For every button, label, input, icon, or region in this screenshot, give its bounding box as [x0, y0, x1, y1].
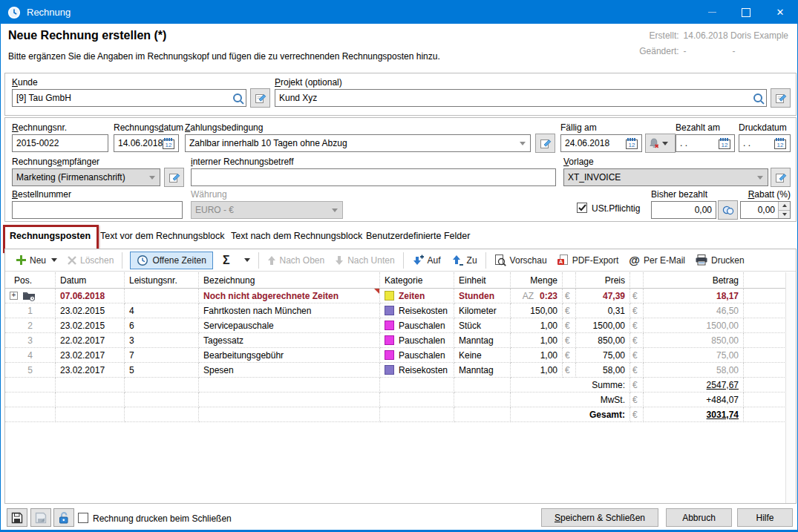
spin-up-button[interactable]: [779, 202, 790, 210]
calendar-icon[interactable]: 12: [719, 138, 730, 149]
bisher-bezahlt-input[interactable]: 0,00: [651, 201, 716, 219]
tab-text-vor-rechnungsblock[interactable]: Text vor dem Rechnungsblock: [100, 231, 224, 241]
calendar-icon[interactable]: 12: [626, 138, 638, 149]
search-icon[interactable]: [753, 93, 762, 102]
col-einheit[interactable]: Einheit: [454, 272, 511, 289]
folder-clock-icon: [22, 290, 36, 301]
check-icon: [578, 204, 586, 211]
abort-button[interactable]: Abbruch: [666, 508, 732, 527]
vorlage-select[interactable]: XT_INVOICE: [563, 168, 768, 186]
help-button[interactable]: Hilfe: [737, 508, 793, 527]
offene-zeiten-button[interactable]: Offene Zeiten: [130, 252, 213, 269]
table-row[interactable]: 5 23.02.2017 5 Spesen Reisekosten Mannta…: [5, 363, 786, 378]
cell-filler: [744, 333, 786, 348]
tab-benutzerdefinierte-felder[interactable]: Benutzerdefinierte Felder: [366, 231, 470, 241]
minimize-button[interactable]: [695, 1, 729, 24]
rechnungsdatum-input[interactable]: 14.06.2018 12: [114, 134, 179, 152]
projekt-input[interactable]: Kund Xyz: [275, 89, 767, 107]
reminder-button[interactable]: [645, 134, 676, 153]
col-leistungsnr[interactable]: Leistungsnr.: [125, 272, 199, 289]
interner-betreff-input[interactable]: [191, 168, 556, 186]
bestellnummer-input[interactable]: [12, 201, 183, 219]
loeschen-button[interactable]: Löschen: [68, 255, 114, 266]
category-swatch: [385, 335, 394, 345]
calendar-icon[interactable]: 12: [774, 138, 786, 149]
print-on-close-checkbox[interactable]: [78, 513, 88, 523]
col-menge[interactable]: Menge: [511, 272, 563, 289]
ust-pflichtig-checkbox[interactable]: [577, 203, 587, 213]
vorlage-edit-button[interactable]: [771, 168, 791, 187]
rechnungsempfaenger-edit-button[interactable]: [164, 168, 184, 187]
projekt-label: Projekt (optional): [275, 77, 342, 88]
vertical-scrollbar[interactable]: [785, 272, 796, 503]
save-close-button[interactable]: Speichern & Schließen: [541, 508, 658, 527]
chevron-down-icon[interactable]: [51, 258, 57, 262]
col-datum[interactable]: Datum: [56, 272, 125, 289]
rechnungsdatum-label: Rechnungsdatum: [114, 122, 183, 133]
save-apply-button-disabled[interactable]: [30, 508, 51, 527]
faellig-am-input[interactable]: 24.06.2018 12: [560, 134, 642, 152]
interner-betreff-label: interner Rechnungsbetreff: [191, 157, 294, 167]
spin-down-button[interactable]: [779, 210, 790, 219]
rechnungsempfaenger-select[interactable]: Marketing (Firmenanschrift): [12, 168, 160, 186]
cell-pos: 4: [5, 348, 56, 363]
col-pos[interactable]: Pos.: [5, 272, 56, 289]
table-row[interactable]: 1 23.02.2015 4 Fahrtkosten nach München …: [5, 303, 786, 318]
summe-button[interactable]: Σ: [223, 254, 250, 267]
tab-bar: Rechnungsposten Text vor dem Rechnungsbl…: [1, 225, 797, 249]
nach-oben-button[interactable]: Nach Oben: [267, 255, 325, 266]
bezahlt-am-value: . .: [680, 138, 687, 148]
table-row[interactable]: 3 22.02.2017 3 Tagessatz Pauschalen Mann…: [5, 333, 786, 348]
table-row[interactable]: 2 23.02.2015 6 Servicepauschale Pauschal…: [5, 318, 786, 333]
auf-label: Auf: [428, 255, 441, 266]
vorschau-button[interactable]: Vorschau: [494, 254, 547, 266]
arrow-up-icon: [267, 255, 276, 266]
bezahlt-am-input[interactable]: . . 12: [676, 134, 735, 152]
nach-unten-button[interactable]: Nach Unten: [335, 255, 394, 266]
projekt-edit-button[interactable]: [771, 88, 791, 108]
edit-note-icon: [775, 171, 787, 183]
chevron-down-icon[interactable]: [244, 258, 250, 262]
druckdatum-input[interactable]: . . 12: [739, 134, 791, 152]
expand-plus-icon[interactable]: +: [10, 292, 18, 300]
neu-button[interactable]: Neu: [16, 255, 57, 266]
rabatt-spinner[interactable]: 0,00: [740, 201, 791, 219]
col-bezeichnung[interactable]: Bezeichnung: [199, 272, 380, 289]
payments-button[interactable]: [718, 200, 738, 220]
zu-button[interactable]: Zu: [451, 254, 477, 266]
col-preis[interactable]: Preis: [576, 272, 630, 289]
cell-preis: 0,31: [576, 303, 630, 318]
per-email-button[interactable]: @ Per E-Mail: [629, 254, 685, 266]
table-row[interactable]: 4 23.02.2017 7 Bearbeitungsgebühr Pausch…: [5, 348, 786, 363]
zahlungsbedingung-select[interactable]: Zahlbar innerhalb 10 Tagen ohne Abzug: [185, 134, 531, 152]
changed-by: -: [733, 46, 736, 56]
col-betrag[interactable]: Betrag: [644, 272, 744, 289]
kunde-edit-button[interactable]: [250, 88, 270, 108]
cell-currency: €: [563, 348, 576, 363]
maximize-button[interactable]: [729, 1, 763, 24]
titlebar: Rechnung ✕: [1, 1, 797, 24]
table-row-open-times[interactable]: + 07.06.2018 Noch nicht abgerechnete Zei…: [5, 289, 786, 303]
summe-label: Summe:: [511, 378, 630, 393]
auf-button[interactable]: Auf: [412, 254, 441, 266]
unlock-icon: [59, 512, 69, 524]
search-icon[interactable]: [233, 93, 242, 102]
col-kategorie[interactable]: Kategorie: [380, 272, 454, 289]
close-button[interactable]: ✕: [763, 1, 797, 24]
rechnungsnr-input[interactable]: 2015-0022: [12, 134, 108, 152]
unlock-button[interactable]: [53, 508, 74, 527]
toolbar-separator: [122, 252, 122, 269]
kunde-input[interactable]: [9] Tau GmbH: [12, 89, 246, 107]
calendar-icon[interactable]: 12: [163, 138, 174, 149]
chevron-down-icon: [520, 142, 526, 145]
rechnungsempfaenger-value: Marketing (Firmenanschrift): [16, 172, 125, 183]
tab-text-nach-rechnungsblock[interactable]: Text nach dem Rechnungsblock: [231, 231, 362, 241]
cell-einheit: Manntag: [454, 333, 511, 348]
zahlungsbedingung-edit-button[interactable]: [535, 134, 555, 153]
tab-rechnungsposten[interactable]: Rechnungsposten: [10, 231, 91, 241]
drucken-button[interactable]: Drucken: [696, 254, 745, 266]
save-button[interactable]: [7, 508, 27, 527]
edit-note-icon: [255, 92, 266, 104]
pdf-export-button[interactable]: A PDF-Export: [557, 254, 619, 266]
cell-kategorie: Pauschalen: [380, 333, 454, 348]
